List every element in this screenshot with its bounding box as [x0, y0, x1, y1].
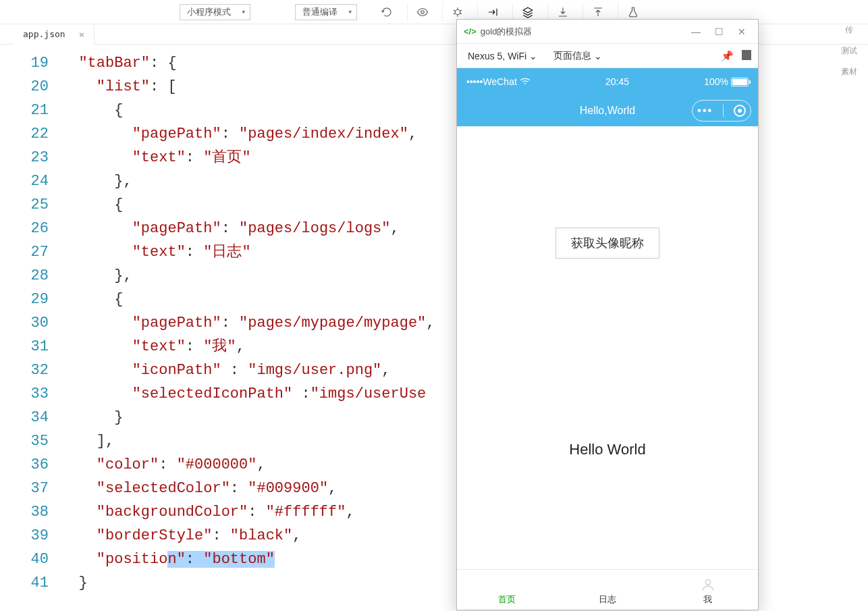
simulator-window: </> gold的模拟器 — ☐ ✕ Nexus 5, WiFi⌄ 页面信息⌄ …	[456, 19, 759, 610]
battery-icon	[731, 78, 749, 86]
chevron-down-icon: ⌄	[594, 51, 602, 61]
eye-icon[interactable]	[407, 3, 437, 22]
svg-point-0	[421, 10, 424, 14]
tab-label: 我	[703, 593, 712, 606]
svg-point-1	[455, 9, 460, 15]
tab-label: 首页	[498, 593, 516, 606]
line-gutter: 1920212223242526272829303132333435363738…	[0, 45, 61, 611]
tab-bar: 首页日志我	[457, 569, 758, 610]
get-profile-button[interactable]: 获取头像昵称	[555, 228, 659, 259]
tab-item[interactable]: 首页	[457, 570, 558, 610]
status-bar: ••••• WeChat 20:45 100%	[457, 68, 758, 95]
user-icon	[701, 577, 715, 592]
chevron-down-icon: ⌄	[529, 51, 537, 61]
simulator-title: gold的模拟器	[481, 26, 533, 38]
minimize-icon[interactable]: —	[686, 26, 705, 37]
pageinfo-select[interactable]: 页面信息⌄	[549, 50, 606, 62]
nav-bar: Hello,World •••	[457, 95, 758, 126]
file-tab-app-json[interactable]: app.json ×	[13, 24, 94, 45]
mode-select[interactable]: 小程序模式	[180, 4, 250, 20]
hello-text: Hello World	[569, 441, 645, 458]
tab-label: 日志	[599, 593, 616, 606]
clock: 20:45	[531, 76, 704, 87]
simulator-toolbar: Nexus 5, WiFi⌄ 页面信息⌄ 📌	[457, 44, 758, 68]
signal-icon: •••••	[466, 76, 483, 87]
code-icon: </>	[464, 26, 477, 36]
maximize-icon[interactable]: ☐	[709, 26, 728, 37]
tab-item[interactable]: 我	[657, 570, 758, 610]
tab-item[interactable]: 日志	[558, 570, 658, 610]
device-select[interactable]: Nexus 5, WiFi⌄	[464, 51, 541, 61]
page-body: 获取头像昵称 Hello World	[457, 126, 758, 569]
nav-title: Hello,World	[580, 105, 635, 117]
file-tab-label: app.json	[23, 29, 65, 39]
phone-screen: ••••• WeChat 20:45 100% Hello,World ••• …	[457, 68, 758, 610]
menu-icon[interactable]: •••	[697, 105, 713, 117]
close-app-icon[interactable]	[734, 105, 746, 117]
close-icon[interactable]: ✕	[732, 26, 751, 37]
battery-percent: 100%	[704, 76, 728, 87]
svg-point-2	[705, 580, 710, 585]
wifi-icon	[520, 76, 531, 87]
dock-icon[interactable]	[742, 52, 751, 60]
compile-select[interactable]: 普通编译	[295, 4, 357, 20]
close-icon[interactable]: ×	[79, 29, 84, 40]
pin-icon[interactable]: 📌	[721, 50, 734, 62]
simulator-titlebar[interactable]: </> gold的模拟器 — ☐ ✕	[457, 20, 758, 44]
refresh-icon[interactable]	[372, 3, 402, 22]
code-content[interactable]: "tabBar": { "list": [ { "pagePath": "pag…	[61, 45, 435, 611]
capsule-menu[interactable]: •••	[692, 100, 751, 122]
carrier-label: WeChat	[483, 76, 517, 87]
